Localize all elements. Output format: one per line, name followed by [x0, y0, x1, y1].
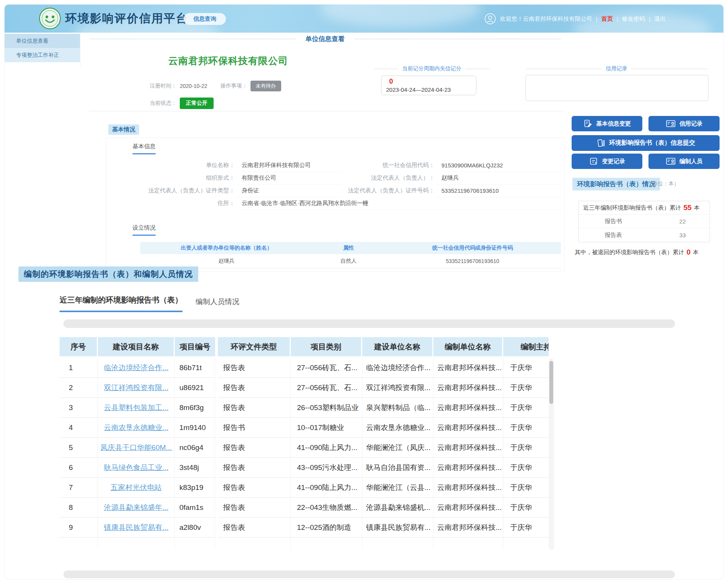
nav-separator: | — [596, 16, 597, 22]
change-record-icon — [589, 157, 598, 166]
project-name-link[interactable]: 云南农垦永德糖业... — [104, 423, 169, 433]
tab-basic-info[interactable]: 基本信息 — [133, 143, 156, 154]
table-cell: 华能澜沧江（云县... — [362, 478, 433, 498]
table-row: 报告表22--043生物质燃...沧源县勐来锦盛机...云南君邦环保科技...于… — [218, 498, 549, 518]
table-cell: 报告表 — [218, 378, 291, 398]
report-table-scroll-columns: 环评文件类型项目类别建设单位名称编制单位名称编制主持人 报告表27--056砖瓦… — [218, 337, 549, 550]
project-name-link[interactable]: 双江祥鸿投资有限... — [104, 383, 169, 393]
report-table-region: 序号建设项目名称项目编号 1临沧边境经济合作...86b71t2双江祥鸿投资有限… — [60, 337, 554, 550]
establish-cell: 533521196706193610 — [384, 258, 561, 264]
sidebar-item-2[interactable]: 专项整治工作补正 — [5, 48, 80, 62]
nav-separator: | — [649, 16, 650, 22]
project-name-link[interactable]: 云县塑料包装加工... — [104, 403, 169, 413]
table-cell: 于庆华 — [503, 518, 549, 538]
table-header-cell: 建设单位名称 — [362, 337, 433, 356]
section-divider — [89, 111, 564, 111]
table-cell: u86921 — [175, 378, 215, 398]
table-cell: 报告表 — [218, 358, 291, 378]
table-cell: 华能澜沧江（凤庆... — [362, 438, 433, 458]
tab-establish-info[interactable]: 设立情况 — [133, 224, 156, 236]
table-cell: 报告表 — [218, 438, 291, 458]
table-cell: 22--043生物质燃... — [291, 498, 362, 518]
info-query-button[interactable]: 信息查询 — [184, 13, 226, 25]
table-cell — [98, 538, 175, 550]
stats-row-label: 报告表 — [579, 232, 679, 239]
table-cell: 41--090陆上风力... — [291, 438, 362, 458]
table-cell: 耿马自治县国有资... — [362, 458, 433, 478]
page-title: 单位信息查看 — [305, 35, 345, 43]
project-name-link[interactable]: 临沧边境经济合作... — [104, 363, 169, 373]
table-cell: 耿马绿色食品工业... — [98, 458, 175, 478]
report-tabs: 近三年编制的环境影响报告书（表）编制人员情况 — [60, 295, 239, 312]
table-cell: 2 — [60, 378, 98, 398]
table-cell: 报告表 — [218, 498, 291, 518]
establish-row: 赵继兵自然人533521196706193610 — [140, 254, 561, 268]
project-name-link[interactable]: 凤庆县干口华能60M... — [101, 443, 172, 453]
credit-record-button[interactable]: 信用记录 — [648, 116, 720, 131]
score-fieldset-legend: 当前记分周期内失信记分 — [374, 65, 489, 72]
table-row: 报告表41--090陆上风力...华能澜沧江（凤庆...云南君邦环保科技...于… — [218, 438, 549, 458]
table-cell: 镇康县民族贸易有... — [362, 518, 433, 538]
table-header-cell: 编制主持人 — [503, 337, 549, 356]
public-status-badge: 正常公开 — [180, 98, 214, 109]
company-name: 云南君邦环保科技有限公司 — [168, 55, 288, 67]
stats-total-suffix: 本 — [694, 204, 700, 212]
table-cell: 沧源县勐来锦盛机... — [362, 498, 433, 518]
table-cell — [291, 538, 362, 550]
horizontal-scrollbar-top[interactable] — [63, 319, 675, 328]
table-row — [60, 538, 215, 550]
table-row: 7五家村光伏电站k83p19 — [60, 478, 215, 498]
table-cell: 于庆华 — [503, 418, 549, 438]
credit-legend-text: 信用记录 — [606, 65, 627, 72]
score-box: 0 2023-04-24—2024-04-23 — [381, 76, 476, 95]
report-book-icon — [596, 139, 605, 148]
staff-button[interactable]: 编制人员 — [648, 154, 720, 169]
platform-title: 环境影响评价信用平台 — [65, 11, 188, 26]
table-cell: 云南农垦永德糖业... — [98, 418, 175, 438]
stats-box: 近三年编制环境影响报告书（表）累计 55 本 报告书22报告表33 — [578, 201, 710, 242]
title-line — [354, 39, 561, 39]
establish-cell: 自然人 — [313, 258, 384, 265]
change-record-button[interactable]: 变更记录 — [572, 154, 642, 169]
table-cell — [175, 538, 215, 550]
field-value: 身份证 — [237, 184, 341, 197]
stats-total-line: 近三年编制环境影响报告书（表）累计 55 本 — [579, 201, 710, 215]
nav-logout-link[interactable]: 退出 — [654, 15, 666, 23]
project-name-link[interactable]: 五家村光伏电站 — [111, 483, 162, 493]
vertical-scrollbar[interactable] — [549, 359, 554, 550]
project-name-link[interactable]: 沧源县勐来锦盛年... — [104, 503, 169, 513]
stats-row: 报告书22 — [579, 215, 710, 228]
report-submit-button[interactable]: 环境影响报告书（表）信息提交 — [572, 135, 720, 151]
table-cell: 于庆华 — [503, 398, 549, 418]
table-row: 报告书10--017制糖业云南农垦永德糖业...云南君邦环保科技...于庆华 — [218, 418, 549, 438]
field-label: 法定代表人（负责人）证件号码： — [341, 187, 437, 194]
project-name-link[interactable]: 镇康县民族贸易有... — [104, 523, 169, 533]
table-cell: 于庆华 — [503, 498, 549, 518]
report-table-frozen-columns: 序号建设项目名称项目编号 1临沧边境经济合作...86b71t2双江祥鸿投资有限… — [60, 337, 215, 550]
table-cell: 云南君邦环保科技... — [433, 378, 503, 398]
table-cell: 双江祥鸿投资有限... — [362, 378, 433, 398]
nav-home-link[interactable]: 首页 — [601, 15, 613, 23]
stats-unit-note: （单位：本） — [647, 180, 679, 187]
score-value: 0 — [386, 78, 471, 86]
table-cell: a2l80v — [175, 518, 215, 538]
vertical-scrollbar-thumb[interactable] — [549, 361, 553, 404]
report-tab-1[interactable]: 近三年编制的环境影响报告书（表） — [60, 295, 182, 312]
report-tab-2[interactable]: 编制人员情况 — [196, 297, 239, 312]
sidebar-divider — [80, 33, 80, 67]
project-name-link[interactable]: 耿马绿色食品工业... — [104, 463, 169, 473]
table-cell: nc06g4 — [175, 438, 215, 458]
nav-change-password-link[interactable]: 修改密码 — [622, 15, 645, 23]
table-cell: 41--090陆上风力... — [291, 478, 362, 498]
table-cell — [503, 538, 549, 550]
establish-header: 属性 — [313, 245, 384, 251]
table-cell: 云南君邦环保科技... — [433, 518, 503, 538]
field-value: 赵继兵 — [437, 172, 562, 185]
basic-change-button[interactable]: 基本信息变更 — [572, 116, 642, 131]
table-cell: 12--025酒的制造 — [291, 518, 362, 538]
sidebar-item-1[interactable]: 单位信息查看 — [5, 34, 80, 48]
horizontal-scrollbar-bottom[interactable] — [63, 571, 675, 578]
field-label: 组织形式： — [108, 174, 237, 182]
score-period: 2023-04-24—2024-04-23 — [386, 86, 471, 93]
platform-logo-icon — [38, 7, 61, 30]
